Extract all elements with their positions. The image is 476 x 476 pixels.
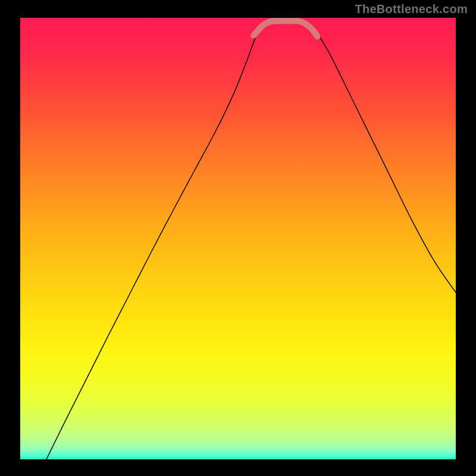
- chart-svg: [20, 18, 456, 459]
- app-frame: TheBottleneck.com: [0, 0, 476, 476]
- chart-plot-area: [20, 18, 456, 459]
- watermark-text: TheBottleneck.com: [355, 2, 468, 16]
